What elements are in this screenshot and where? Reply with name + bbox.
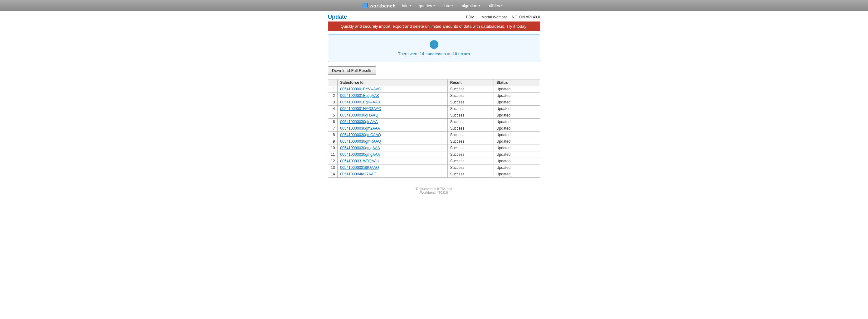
row-status: Updated — [494, 125, 540, 132]
row-num: 9 — [328, 138, 338, 145]
row-salesforce-id: 005410000030gmRAAQ — [338, 138, 447, 145]
row-result: Success — [447, 112, 494, 119]
row-result: Success — [447, 165, 494, 171]
footer-line2: Workbench 50.0.0 — [328, 191, 540, 194]
download-full-results-button[interactable]: Download Full Results — [328, 66, 376, 75]
row-result: Success — [447, 145, 494, 151]
row-result: Success — [447, 99, 494, 106]
user-name: Mortal Wombat — [482, 15, 507, 19]
table-row: 6005410000030gIsAAASuccessUpdated — [328, 119, 540, 125]
row-num: 4 — [328, 106, 338, 112]
api-version: NC. ON API 49.0 — [512, 15, 540, 19]
promo-text2: Try it today! — [505, 24, 528, 29]
navbar: workbench info ▾ queries ▾ data ▾ migrat… — [0, 0, 868, 11]
results-tbody: 100541000001EYVwAAOSuccessUpdated2005410… — [328, 86, 540, 178]
salesforce-id-link[interactable]: 005410000030gmRAAQ — [340, 139, 381, 144]
nav-migration-caret: ▾ — [478, 4, 480, 7]
salesforce-id-link[interactable]: 00541000001EYVwAAO — [340, 87, 381, 91]
row-status: Updated — [494, 106, 540, 112]
row-status: Updated — [494, 86, 540, 93]
row-salesforce-id: 005410000030gmCAAQ — [338, 132, 447, 138]
col-num — [328, 79, 338, 86]
salesforce-id-link[interactable]: 00541000001EgKAAA0 — [340, 100, 380, 104]
nav-brand-text: workbench — [370, 3, 396, 8]
row-salesforce-id: 00541000031W9QAAU — [338, 158, 447, 165]
promo-link[interactable]: dataloader.io. — [481, 24, 505, 29]
table-row: 400541000001HAO3AAOSuccessUpdated — [328, 106, 540, 112]
row-salesforce-id: 005410000030gm2AAA — [338, 125, 447, 132]
table-row: 11005410000030gmgAAASuccessUpdated — [328, 151, 540, 158]
row-salesforce-id: 005410000030gITAAQ — [338, 112, 447, 119]
nav-migration-menu[interactable]: migration ▾ — [457, 2, 484, 10]
table-row: 10005410000030gmgAAASuccessUpdated — [328, 145, 540, 151]
row-num: 14 — [328, 171, 338, 178]
table-row: 5005410000030gITAAQSuccessUpdated — [328, 112, 540, 119]
nav-data-caret: ▾ — [452, 4, 453, 7]
table-row: 8005410000030gmCAAQSuccessUpdated — [328, 132, 540, 138]
salesforce-id-link[interactable]: 005410000030gmgAAA — [340, 146, 380, 150]
row-result: Success — [447, 151, 494, 158]
salesforce-id-link[interactable]: 00541000001EgJgAAK — [340, 94, 379, 98]
promo-banner: Quickly and securely import, export and … — [328, 22, 540, 31]
row-result: Success — [447, 106, 494, 112]
info-icon: i — [430, 40, 438, 49]
row-status: Updated — [494, 93, 540, 99]
header-right: BDM I Mortal Wombat NC. ON API 49.0 — [466, 15, 540, 19]
row-status: Updated — [494, 99, 540, 106]
salesforce-id-link[interactable]: 00541000031W9QAAU — [340, 159, 379, 163]
row-salesforce-id: 0054100004lA27AAE — [338, 171, 447, 178]
row-result: Success — [447, 171, 494, 178]
row-result: Success — [447, 132, 494, 138]
row-result: Success — [447, 119, 494, 125]
row-salesforce-id: 00541000001EgJgAAK — [338, 93, 447, 99]
row-num: 7 — [328, 125, 338, 132]
salesforce-id-link[interactable]: 005410000031l8QAAQ — [340, 166, 379, 170]
row-status: Updated — [494, 138, 540, 145]
row-status: Updated — [494, 165, 540, 171]
nav-data-menu[interactable]: data ▾ — [439, 2, 457, 10]
nav-utilities-menu[interactable]: utilities ▾ — [484, 2, 507, 10]
table-row: 300541000001EgKAAA0SuccessUpdated — [328, 99, 540, 106]
row-num: 12 — [328, 158, 338, 165]
row-status: Updated — [494, 158, 540, 165]
row-status: Updated — [494, 145, 540, 151]
row-salesforce-id: 00541000001EYVwAAO — [338, 86, 447, 93]
row-status: Updated — [494, 119, 540, 125]
row-num: 2 — [328, 93, 338, 99]
org-name: BDM I — [466, 15, 476, 19]
salesforce-id-link[interactable]: 005410000030gmgAAA — [340, 152, 380, 157]
page-content: Update BDM I Mortal Wombat NC. ON API 49… — [325, 11, 543, 201]
nav-utilities-caret: ▾ — [501, 4, 503, 7]
salesforce-id-link[interactable]: 005410000030gIsAAA — [340, 120, 377, 124]
results-table: Salesforce Id Result Status 100541000001… — [328, 79, 540, 178]
row-status: Updated — [494, 112, 540, 119]
row-result: Success — [447, 125, 494, 132]
table-row: 100541000001EYVwAAOSuccessUpdated — [328, 86, 540, 93]
nav-info-label: info — [402, 3, 408, 8]
footer-line1: Requested in 8.764 sec — [328, 187, 540, 191]
row-num: 5 — [328, 112, 338, 119]
svg-rect-2 — [363, 3, 367, 8]
row-num: 8 — [328, 132, 338, 138]
row-result: Success — [447, 138, 494, 145]
salesforce-id-link[interactable]: 005410000030gITAAQ — [340, 113, 378, 117]
salesforce-id-link[interactable]: 00541000001HAO3AAO — [340, 107, 381, 111]
row-salesforce-id: 005410000030gIsAAA — [338, 119, 447, 125]
row-salesforce-id: 005410000031l8QAAQ — [338, 165, 447, 171]
table-row: 13005410000031l8QAAQSuccessUpdated — [328, 165, 540, 171]
salesforce-id-link[interactable]: 005410000030gm2AAA — [340, 126, 380, 131]
salesforce-id-link[interactable]: 0054100004lA27AAE — [340, 172, 376, 176]
nav-info-menu[interactable]: info ▾ — [398, 2, 415, 10]
nav-queries-menu[interactable]: queries ▾ — [415, 2, 439, 10]
nav-brand[interactable]: workbench — [362, 2, 396, 9]
page-title: Update — [328, 14, 347, 20]
download-btn-row: Download Full Results — [328, 66, 540, 75]
salesforce-id-link[interactable]: 005410000030gmCAAQ — [340, 133, 381, 137]
col-status: Status — [494, 79, 540, 86]
row-num: 13 — [328, 165, 338, 171]
info-box: i There were 14 successes and 0 errors — [328, 34, 540, 62]
header-row: Update BDM I Mortal Wombat NC. ON API 49… — [328, 11, 540, 22]
nav-info-caret: ▾ — [410, 4, 411, 7]
row-num: 6 — [328, 119, 338, 125]
row-num: 11 — [328, 151, 338, 158]
